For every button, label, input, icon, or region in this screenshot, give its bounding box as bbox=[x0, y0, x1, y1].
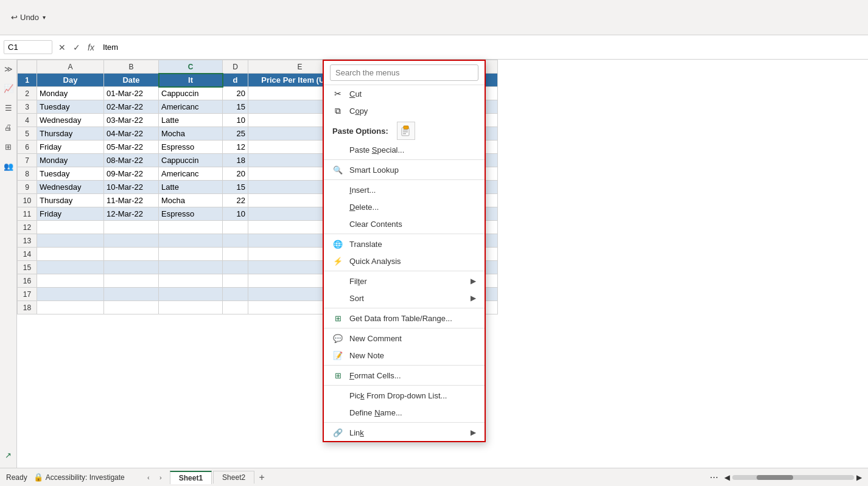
cell-B5[interactable]: 04-Mar-22 bbox=[104, 127, 159, 141]
cell-B15[interactable] bbox=[104, 261, 159, 274]
cell-D3[interactable]: 15 bbox=[223, 100, 248, 114]
menu-item-filter[interactable]: Filter ▶ bbox=[324, 273, 485, 290]
menu-item-define-name[interactable]: Define Name... bbox=[324, 404, 485, 421]
formula-input[interactable] bbox=[100, 41, 864, 53]
cell-B7[interactable]: 08-Mar-22 bbox=[104, 154, 159, 167]
menu-item-clear[interactable]: Clear Contents bbox=[324, 215, 485, 232]
cell-A18[interactable] bbox=[37, 301, 104, 314]
cell-C16[interactable] bbox=[159, 274, 223, 288]
menu-item-quick-analysis[interactable]: ⚡ Quick Analysis bbox=[324, 252, 485, 269]
col-header-C[interactable]: C bbox=[159, 60, 223, 74]
cell-A1[interactable]: Day bbox=[37, 74, 104, 87]
menu-search-input[interactable] bbox=[330, 64, 478, 81]
cell-D6[interactable]: 12 bbox=[223, 141, 248, 154]
cell-A4[interactable]: Wednesday bbox=[37, 114, 104, 127]
cell-C4[interactable]: Latte bbox=[159, 114, 223, 127]
cell-B16[interactable] bbox=[104, 274, 159, 288]
more-options-icon[interactable]: ⋯ bbox=[710, 473, 718, 482]
cell-C7[interactable]: Cappuccin bbox=[159, 154, 223, 167]
cell-A17[interactable] bbox=[37, 288, 104, 301]
cell-B1[interactable]: Date bbox=[104, 74, 159, 87]
undo-button[interactable]: ↩ Undo ▾ bbox=[6, 10, 51, 24]
cell-B18[interactable] bbox=[104, 301, 159, 314]
cell-D15[interactable] bbox=[223, 261, 248, 274]
cell-B10[interactable]: 11-Mar-22 bbox=[104, 194, 159, 207]
cell-C11[interactable]: Espresso bbox=[159, 207, 223, 221]
col-header-A[interactable]: A bbox=[37, 60, 104, 74]
cell-B13[interactable] bbox=[104, 234, 159, 248]
menu-item-sort[interactable]: Sort ▶ bbox=[324, 290, 485, 307]
cell-D8[interactable]: 20 bbox=[223, 167, 248, 181]
sheet-tab-1[interactable]: Sheet1 bbox=[170, 471, 212, 484]
cell-A7[interactable]: Monday bbox=[37, 154, 104, 167]
paste-button-clipboard[interactable] bbox=[397, 122, 415, 140]
cancel-formula-icon[interactable]: ✕ bbox=[56, 41, 68, 54]
add-sheet-button[interactable]: + bbox=[256, 471, 268, 484]
menu-item-pick-dropdown[interactable]: Pick From Drop-down List... bbox=[324, 387, 485, 404]
cell-A16[interactable] bbox=[37, 274, 104, 288]
sidebar-icon-chevron[interactable]: ≫ bbox=[2, 62, 15, 75]
cell-D12[interactable] bbox=[223, 221, 248, 234]
cell-D11[interactable]: 10 bbox=[223, 207, 248, 221]
sidebar-icon-grid[interactable]: ⊞ bbox=[2, 140, 15, 153]
cell-B11[interactable]: 12-Mar-22 bbox=[104, 207, 159, 221]
cell-C12[interactable] bbox=[159, 221, 223, 234]
cell-D7[interactable]: 18 bbox=[223, 154, 248, 167]
cell-A14[interactable] bbox=[37, 248, 104, 261]
sidebar-icon-people[interactable]: 👥 bbox=[2, 159, 15, 173]
menu-item-get-data[interactable]: ⊞ Get Data from Table/Range... bbox=[324, 310, 485, 327]
col-header-D[interactable]: D bbox=[223, 60, 248, 74]
menu-item-paste-special[interactable]: Paste Special... bbox=[324, 141, 485, 158]
cell-C8[interactable]: Americanc bbox=[159, 167, 223, 181]
cell-A11[interactable]: Friday bbox=[37, 207, 104, 221]
horizontal-scrollbar[interactable] bbox=[732, 475, 854, 480]
cell-A6[interactable]: Friday bbox=[37, 141, 104, 154]
cell-B2[interactable]: 01-Mar-22 bbox=[104, 87, 159, 100]
scroll-right-icon[interactable]: ▶ bbox=[856, 473, 862, 482]
cell-A9[interactable]: Wednesday bbox=[37, 181, 104, 194]
cell-D1[interactable]: d bbox=[223, 74, 248, 87]
sidebar-icon-list[interactable]: ☰ bbox=[2, 101, 15, 114]
cell-A5[interactable]: Thursday bbox=[37, 127, 104, 141]
cell-B4[interactable]: 03-Mar-22 bbox=[104, 114, 159, 127]
menu-item-new-comment[interactable]: 💬 New Comment bbox=[324, 330, 485, 347]
undo-dropdown-icon[interactable]: ▾ bbox=[43, 14, 46, 21]
menu-item-insert[interactable]: Insert... bbox=[324, 181, 485, 198]
menu-item-smart-lookup[interactable]: 🔍 Smart Lookup bbox=[324, 161, 485, 178]
cell-A2[interactable]: Monday bbox=[37, 87, 104, 100]
cell-D2[interactable]: 20 bbox=[223, 87, 248, 100]
sheet-nav-right[interactable]: › bbox=[155, 472, 166, 483]
cell-C9[interactable]: Latte bbox=[159, 181, 223, 194]
cell-C3[interactable]: Americanc bbox=[159, 100, 223, 114]
cell-A10[interactable]: Thursday bbox=[37, 194, 104, 207]
col-header-B[interactable]: B bbox=[104, 60, 159, 74]
cell-C14[interactable] bbox=[159, 248, 223, 261]
sidebar-icon-print[interactable]: 🖨 bbox=[2, 120, 15, 134]
cell-B12[interactable] bbox=[104, 221, 159, 234]
menu-item-translate[interactable]: 🌐 Translate bbox=[324, 235, 485, 252]
sheet-tab-2[interactable]: Sheet2 bbox=[213, 471, 254, 484]
cell-B8[interactable]: 09-Mar-22 bbox=[104, 167, 159, 181]
cell-D5[interactable]: 25 bbox=[223, 127, 248, 141]
cell-D18[interactable] bbox=[223, 301, 248, 314]
cell-D10[interactable]: 22 bbox=[223, 194, 248, 207]
fx-icon[interactable]: fx bbox=[85, 43, 97, 52]
cell-C1[interactable]: It bbox=[159, 74, 223, 87]
menu-item-new-note[interactable]: 📝 New Note bbox=[324, 347, 485, 364]
scroll-left-icon[interactable]: ◀ bbox=[724, 473, 730, 482]
cell-C15[interactable] bbox=[159, 261, 223, 274]
sidebar-icon-chart[interactable]: 📈 bbox=[2, 82, 15, 95]
cell-C2[interactable]: Cappuccin bbox=[159, 87, 223, 100]
cell-B9[interactable]: 10-Mar-22 bbox=[104, 181, 159, 194]
menu-item-cut[interactable]: ✂ Cut bbox=[324, 85, 485, 102]
cell-B3[interactable]: 02-Mar-22 bbox=[104, 100, 159, 114]
confirm-formula-icon[interactable]: ✓ bbox=[71, 41, 83, 54]
cell-C5[interactable]: Mocha bbox=[159, 127, 223, 141]
cell-D17[interactable] bbox=[223, 288, 248, 301]
sheet-nav-left[interactable]: ‹ bbox=[143, 472, 154, 483]
menu-item-copy[interactable]: ⧉ Copy bbox=[324, 102, 485, 119]
cell-C6[interactable]: Espresso bbox=[159, 141, 223, 154]
cell-reference-input[interactable] bbox=[4, 40, 52, 54]
cell-A13[interactable] bbox=[37, 234, 104, 248]
cell-D16[interactable] bbox=[223, 274, 248, 288]
